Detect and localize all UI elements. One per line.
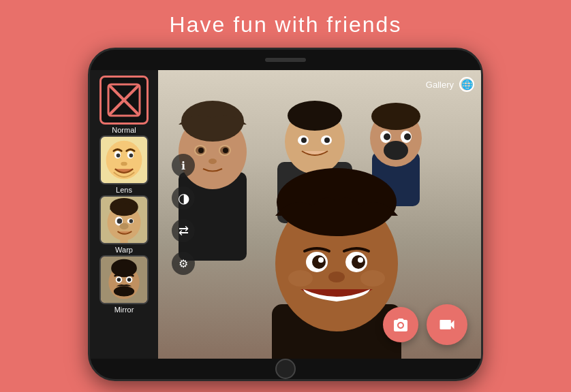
svg-point-33 [384,133,390,140]
warp-label: Warp [115,246,133,254]
svg-point-63 [360,270,385,287]
photo-preview: Gallery 🌐 ℹ ◑ ⇄ ⚙ [158,70,481,359]
svg-rect-18 [120,239,127,243]
svg-point-7 [117,154,121,158]
filter-lens[interactable]: Lens [97,135,151,194]
warp-thumbnail [99,195,149,244]
gallery-label: Gallery [426,80,454,90]
camera-view: Gallery 🌐 ℹ ◑ ⇄ ⚙ [158,70,481,359]
phone-speaker [265,58,306,62]
video-icon [437,315,457,334]
svg-point-59 [352,255,365,269]
svg-point-50 [301,137,307,143]
camera-icon [392,316,409,333]
phone-bottom-bar [90,359,481,379]
svg-point-22 [114,286,134,296]
svg-point-25 [117,278,121,282]
home-button[interactable] [275,359,296,379]
video-record-button[interactable] [427,304,467,345]
svg-point-9 [121,162,127,166]
svg-point-29 [371,103,420,130]
filter-panel: Normal [90,70,158,359]
app-background: Have fun with friends [0,0,571,392]
headline: Have fun with friends [0,0,571,44]
filter-mirror[interactable]: Mirror [97,255,151,314]
phone-device: Normal [0,48,571,381]
info-button[interactable]: ℹ [172,154,195,177]
svg-point-43 [223,148,228,153]
svg-point-58 [312,255,326,269]
svg-point-44 [209,159,217,164]
normal-thumbnail [99,76,149,125]
camera-area: Normal [90,70,481,359]
svg-point-30 [384,141,408,160]
svg-point-34 [404,133,411,140]
switch-camera-button[interactable]: ⇄ [172,219,195,242]
gallery-button[interactable]: Gallery 🌐 [426,77,474,92]
x-icon [107,83,141,117]
svg-point-21 [111,259,137,277]
lens-thumbnail [99,135,149,184]
lens-cartoon [101,137,147,183]
svg-point-62 [288,270,313,287]
normal-label: Normal [112,126,136,134]
svg-point-51 [324,137,330,143]
svg-point-42 [198,148,204,153]
svg-point-16 [129,219,134,223]
svg-point-14 [117,218,123,224]
mirror-cartoon [101,257,147,303]
svg-point-60 [318,257,324,263]
settings-button[interactable]: ⚙ [172,252,195,275]
flip-button[interactable]: ◑ [172,186,195,210]
action-buttons [383,304,467,345]
filter-warp[interactable]: Warp [97,195,151,254]
globe-icon: 🌐 [459,77,474,92]
svg-point-17 [119,223,128,229]
mirror-thumbnail [99,255,149,304]
phone-body: Normal [88,48,483,381]
mirror-label: Mirror [114,306,134,314]
photo-capture-button[interactable] [383,307,418,342]
lens-label: Lens [116,186,132,194]
mid-controls: ℹ ◑ ⇄ ⚙ [172,154,195,275]
svg-point-47 [288,101,342,131]
svg-point-8 [129,154,134,158]
svg-point-26 [127,278,132,282]
warp-cartoon [101,197,147,243]
phone-top-bar [90,50,481,70]
filter-normal[interactable]: Normal [97,76,151,134]
svg-point-61 [358,257,363,263]
svg-point-64 [328,272,345,282]
